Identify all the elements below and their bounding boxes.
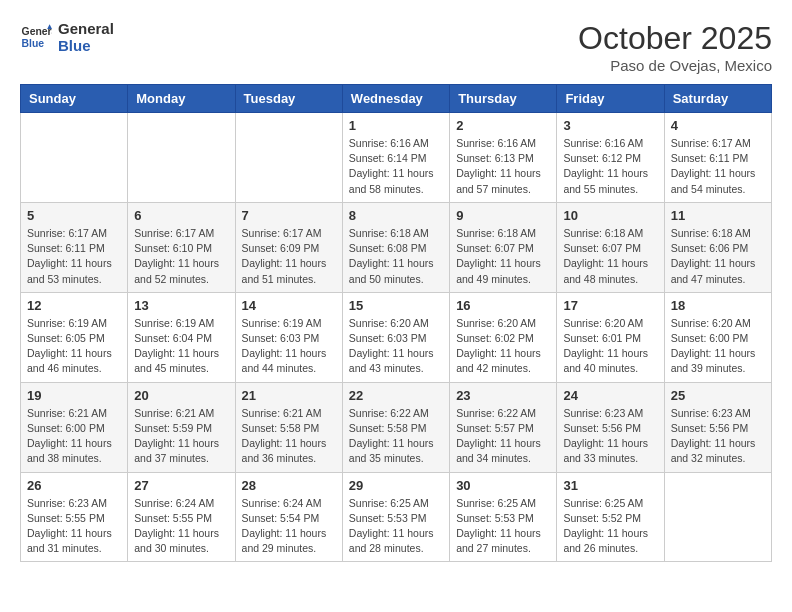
day-number: 12 bbox=[27, 298, 121, 313]
day-number: 3 bbox=[563, 118, 657, 133]
calendar-cell bbox=[664, 472, 771, 562]
day-info: Sunrise: 6:24 AMSunset: 5:54 PMDaylight:… bbox=[242, 496, 336, 557]
day-info: Sunrise: 6:16 AMSunset: 6:13 PMDaylight:… bbox=[456, 136, 550, 197]
day-info: Sunrise: 6:24 AMSunset: 5:55 PMDaylight:… bbox=[134, 496, 228, 557]
header-sunday: Sunday bbox=[21, 85, 128, 113]
day-number: 21 bbox=[242, 388, 336, 403]
day-info: Sunrise: 6:20 AMSunset: 6:03 PMDaylight:… bbox=[349, 316, 443, 377]
day-number: 1 bbox=[349, 118, 443, 133]
calendar-cell: 17Sunrise: 6:20 AMSunset: 6:01 PMDayligh… bbox=[557, 292, 664, 382]
calendar-cell bbox=[21, 113, 128, 203]
day-info: Sunrise: 6:17 AMSunset: 6:11 PMDaylight:… bbox=[27, 226, 121, 287]
day-info: Sunrise: 6:19 AMSunset: 6:04 PMDaylight:… bbox=[134, 316, 228, 377]
day-number: 5 bbox=[27, 208, 121, 223]
calendar-cell: 30Sunrise: 6:25 AMSunset: 5:53 PMDayligh… bbox=[450, 472, 557, 562]
day-info: Sunrise: 6:19 AMSunset: 6:03 PMDaylight:… bbox=[242, 316, 336, 377]
day-info: Sunrise: 6:19 AMSunset: 6:05 PMDaylight:… bbox=[27, 316, 121, 377]
day-info: Sunrise: 6:23 AMSunset: 5:56 PMDaylight:… bbox=[563, 406, 657, 467]
page-header: General Blue General Blue October 2025 P… bbox=[20, 20, 772, 74]
day-info: Sunrise: 6:21 AMSunset: 5:58 PMDaylight:… bbox=[242, 406, 336, 467]
calendar-table: SundayMondayTuesdayWednesdayThursdayFrid… bbox=[20, 84, 772, 562]
calendar-cell: 14Sunrise: 6:19 AMSunset: 6:03 PMDayligh… bbox=[235, 292, 342, 382]
day-info: Sunrise: 6:20 AMSunset: 6:00 PMDaylight:… bbox=[671, 316, 765, 377]
header-wednesday: Wednesday bbox=[342, 85, 449, 113]
day-number: 26 bbox=[27, 478, 121, 493]
calendar-cell: 15Sunrise: 6:20 AMSunset: 6:03 PMDayligh… bbox=[342, 292, 449, 382]
calendar-cell: 31Sunrise: 6:25 AMSunset: 5:52 PMDayligh… bbox=[557, 472, 664, 562]
day-number: 13 bbox=[134, 298, 228, 313]
day-info: Sunrise: 6:18 AMSunset: 6:07 PMDaylight:… bbox=[563, 226, 657, 287]
header-thursday: Thursday bbox=[450, 85, 557, 113]
day-info: Sunrise: 6:18 AMSunset: 6:07 PMDaylight:… bbox=[456, 226, 550, 287]
calendar-cell: 8Sunrise: 6:18 AMSunset: 6:08 PMDaylight… bbox=[342, 202, 449, 292]
day-info: Sunrise: 6:17 AMSunset: 6:09 PMDaylight:… bbox=[242, 226, 336, 287]
day-info: Sunrise: 6:17 AMSunset: 6:10 PMDaylight:… bbox=[134, 226, 228, 287]
logo-text-line2: Blue bbox=[58, 37, 114, 54]
calendar-cell: 18Sunrise: 6:20 AMSunset: 6:00 PMDayligh… bbox=[664, 292, 771, 382]
day-number: 20 bbox=[134, 388, 228, 403]
logo-text-line1: General bbox=[58, 20, 114, 37]
calendar-cell: 11Sunrise: 6:18 AMSunset: 6:06 PMDayligh… bbox=[664, 202, 771, 292]
calendar-cell: 6Sunrise: 6:17 AMSunset: 6:10 PMDaylight… bbox=[128, 202, 235, 292]
day-info: Sunrise: 6:23 AMSunset: 5:56 PMDaylight:… bbox=[671, 406, 765, 467]
header-saturday: Saturday bbox=[664, 85, 771, 113]
day-info: Sunrise: 6:23 AMSunset: 5:55 PMDaylight:… bbox=[27, 496, 121, 557]
day-number: 17 bbox=[563, 298, 657, 313]
calendar-cell: 10Sunrise: 6:18 AMSunset: 6:07 PMDayligh… bbox=[557, 202, 664, 292]
day-number: 18 bbox=[671, 298, 765, 313]
day-info: Sunrise: 6:18 AMSunset: 6:06 PMDaylight:… bbox=[671, 226, 765, 287]
week-row-4: 19Sunrise: 6:21 AMSunset: 6:00 PMDayligh… bbox=[21, 382, 772, 472]
calendar-cell: 9Sunrise: 6:18 AMSunset: 6:07 PMDaylight… bbox=[450, 202, 557, 292]
day-number: 14 bbox=[242, 298, 336, 313]
day-info: Sunrise: 6:25 AMSunset: 5:52 PMDaylight:… bbox=[563, 496, 657, 557]
week-row-5: 26Sunrise: 6:23 AMSunset: 5:55 PMDayligh… bbox=[21, 472, 772, 562]
day-number: 9 bbox=[456, 208, 550, 223]
day-number: 29 bbox=[349, 478, 443, 493]
day-number: 7 bbox=[242, 208, 336, 223]
calendar-cell: 4Sunrise: 6:17 AMSunset: 6:11 PMDaylight… bbox=[664, 113, 771, 203]
day-number: 28 bbox=[242, 478, 336, 493]
calendar-cell: 29Sunrise: 6:25 AMSunset: 5:53 PMDayligh… bbox=[342, 472, 449, 562]
day-number: 30 bbox=[456, 478, 550, 493]
day-info: Sunrise: 6:20 AMSunset: 6:02 PMDaylight:… bbox=[456, 316, 550, 377]
day-number: 15 bbox=[349, 298, 443, 313]
calendar-cell: 3Sunrise: 6:16 AMSunset: 6:12 PMDaylight… bbox=[557, 113, 664, 203]
day-info: Sunrise: 6:18 AMSunset: 6:08 PMDaylight:… bbox=[349, 226, 443, 287]
calendar-cell: 2Sunrise: 6:16 AMSunset: 6:13 PMDaylight… bbox=[450, 113, 557, 203]
calendar-cell: 12Sunrise: 6:19 AMSunset: 6:05 PMDayligh… bbox=[21, 292, 128, 382]
svg-text:General: General bbox=[22, 26, 52, 37]
calendar-cell: 23Sunrise: 6:22 AMSunset: 5:57 PMDayligh… bbox=[450, 382, 557, 472]
calendar-cell: 25Sunrise: 6:23 AMSunset: 5:56 PMDayligh… bbox=[664, 382, 771, 472]
calendar-cell: 21Sunrise: 6:21 AMSunset: 5:58 PMDayligh… bbox=[235, 382, 342, 472]
logo-icon: General Blue bbox=[20, 21, 52, 53]
calendar-cell: 16Sunrise: 6:20 AMSunset: 6:02 PMDayligh… bbox=[450, 292, 557, 382]
title-block: October 2025 Paso de Ovejas, Mexico bbox=[578, 20, 772, 74]
day-info: Sunrise: 6:16 AMSunset: 6:14 PMDaylight:… bbox=[349, 136, 443, 197]
header-monday: Monday bbox=[128, 85, 235, 113]
calendar-cell: 28Sunrise: 6:24 AMSunset: 5:54 PMDayligh… bbox=[235, 472, 342, 562]
day-number: 25 bbox=[671, 388, 765, 403]
calendar-cell: 1Sunrise: 6:16 AMSunset: 6:14 PMDaylight… bbox=[342, 113, 449, 203]
calendar-cell: 7Sunrise: 6:17 AMSunset: 6:09 PMDaylight… bbox=[235, 202, 342, 292]
day-info: Sunrise: 6:25 AMSunset: 5:53 PMDaylight:… bbox=[456, 496, 550, 557]
calendar-cell: 5Sunrise: 6:17 AMSunset: 6:11 PMDaylight… bbox=[21, 202, 128, 292]
day-number: 6 bbox=[134, 208, 228, 223]
day-number: 31 bbox=[563, 478, 657, 493]
day-number: 16 bbox=[456, 298, 550, 313]
day-number: 4 bbox=[671, 118, 765, 133]
day-number: 23 bbox=[456, 388, 550, 403]
week-row-1: 1Sunrise: 6:16 AMSunset: 6:14 PMDaylight… bbox=[21, 113, 772, 203]
day-info: Sunrise: 6:21 AMSunset: 5:59 PMDaylight:… bbox=[134, 406, 228, 467]
day-info: Sunrise: 6:21 AMSunset: 6:00 PMDaylight:… bbox=[27, 406, 121, 467]
day-number: 8 bbox=[349, 208, 443, 223]
week-row-3: 12Sunrise: 6:19 AMSunset: 6:05 PMDayligh… bbox=[21, 292, 772, 382]
calendar-cell: 20Sunrise: 6:21 AMSunset: 5:59 PMDayligh… bbox=[128, 382, 235, 472]
month-title: October 2025 bbox=[578, 20, 772, 57]
calendar-cell bbox=[235, 113, 342, 203]
header-tuesday: Tuesday bbox=[235, 85, 342, 113]
header-friday: Friday bbox=[557, 85, 664, 113]
calendar-cell bbox=[128, 113, 235, 203]
calendar-cell: 27Sunrise: 6:24 AMSunset: 5:55 PMDayligh… bbox=[128, 472, 235, 562]
day-info: Sunrise: 6:25 AMSunset: 5:53 PMDaylight:… bbox=[349, 496, 443, 557]
calendar-cell: 19Sunrise: 6:21 AMSunset: 6:00 PMDayligh… bbox=[21, 382, 128, 472]
